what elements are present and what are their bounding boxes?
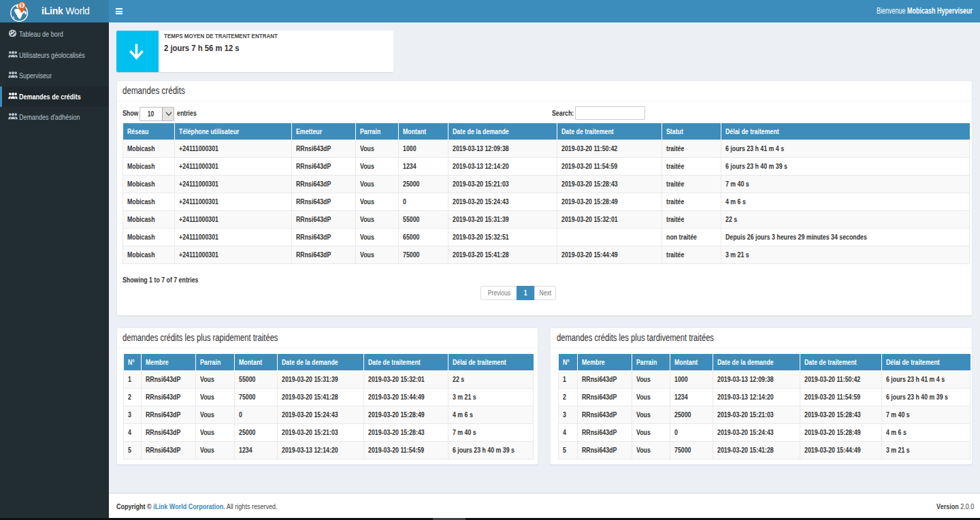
svg-text:$: $ [20, 3, 23, 8]
